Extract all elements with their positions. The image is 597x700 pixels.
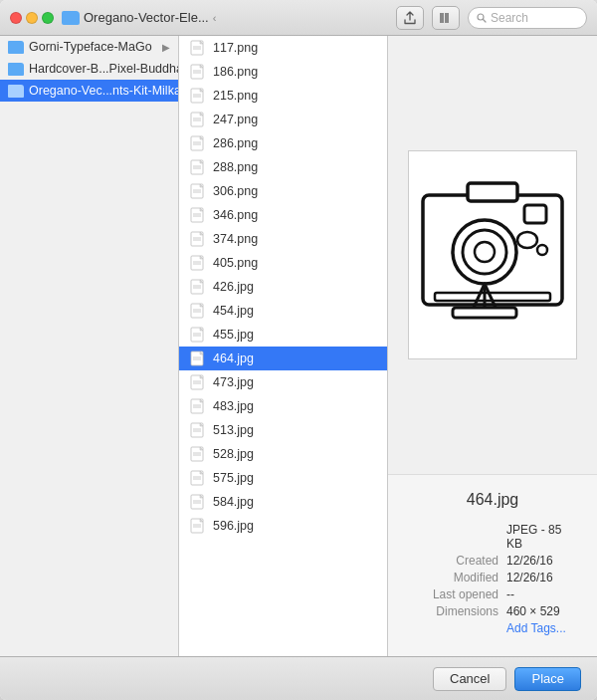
file-list-item[interactable]: 247.png	[179, 108, 387, 131]
file-list-item[interactable]: 528.jpg	[179, 442, 387, 466]
file-list-item[interactable]: 215.png	[179, 84, 387, 108]
info-last-opened-row: Last opened --	[408, 585, 577, 602]
svg-line-3	[484, 19, 487, 22]
file-name-label: 405.png	[213, 256, 258, 270]
preview-image-area	[388, 36, 597, 474]
svg-point-95	[537, 245, 547, 255]
file-list-item[interactable]: 473.jpg	[179, 370, 387, 394]
sidebar-item-hardcover[interactable]: Hardcover-B...Pixel-Buddha ▶	[0, 58, 178, 80]
sidebar-item-gorni[interactable]: Gorni-Typeface-MaGo ▶	[0, 36, 178, 58]
modified-label: Modified	[408, 569, 502, 585]
info-dimensions-row: Dimensions 460 × 529	[408, 602, 577, 619]
type-value: JPEG - 85 KB	[502, 521, 577, 552]
svg-rect-1	[445, 13, 449, 23]
file-thumb-icon	[189, 373, 207, 391]
file-list-item[interactable]: 596.jpg	[179, 514, 387, 538]
titlebar-title: Oregano-Vector-Ele... ‹	[62, 10, 388, 25]
modified-value: 12/26/16	[502, 569, 577, 585]
file-thumb-icon	[189, 63, 207, 81]
file-list-item[interactable]: 464.jpg	[179, 347, 387, 370]
file-thumb-icon	[189, 111, 207, 128]
file-thumb-icon	[189, 206, 207, 224]
svg-rect-93	[524, 205, 546, 223]
file-list-item[interactable]: 346.png	[179, 203, 387, 227]
sidebar-item-label: Hardcover-B...Pixel-Buddha	[29, 62, 178, 76]
maximize-button[interactable]	[42, 12, 54, 24]
file-list-item[interactable]: 186.png	[179, 60, 387, 84]
file-list-item[interactable]: 288.png	[179, 155, 387, 179]
add-tags-link[interactable]: Add Tags...	[502, 619, 577, 636]
dimensions-value: 460 × 529	[502, 602, 577, 619]
file-info-table: JPEG - 85 KB Created 12/26/16 Modified 1…	[408, 521, 577, 636]
folder-icon	[62, 11, 80, 25]
file-name-label: 215.png	[213, 89, 258, 103]
share-button[interactable]	[396, 6, 424, 30]
bottom-bar: Cancel Place	[0, 656, 597, 700]
created-value: 12/26/16	[502, 552, 577, 569]
folder-icon	[8, 63, 24, 76]
folder-icon	[8, 85, 24, 98]
file-list-item[interactable]: 584.jpg	[179, 490, 387, 514]
file-name-label: 247.png	[213, 113, 258, 126]
file-list-item[interactable]: 455.jpg	[179, 323, 387, 347]
file-name-label: 286.png	[213, 136, 258, 150]
file-thumb-icon	[189, 397, 207, 415]
file-thumb-icon	[189, 493, 207, 511]
close-button[interactable]	[10, 12, 22, 24]
file-thumb-icon	[189, 87, 207, 105]
file-name-label: 584.jpg	[213, 495, 254, 509]
column-view-button[interactable]	[432, 6, 460, 30]
file-thumb-icon	[189, 421, 207, 439]
file-name-label: 426.jpg	[213, 280, 254, 294]
file-name-label: 117.png	[213, 41, 258, 55]
sidebar-item-oregano[interactable]: Oregano-Vec...nts-Kit-Milka	[0, 80, 178, 102]
file-name-label: 455.jpg	[213, 328, 254, 342]
chevron-icon: ‹	[213, 12, 217, 24]
window-title: Oregano-Vector-Ele...	[84, 10, 209, 25]
file-name-label: 575.jpg	[213, 471, 254, 485]
preview-panel: 464.jpg JPEG - 85 KB Created 12/26/16 Mo…	[388, 36, 597, 656]
file-list-item[interactable]: 117.png	[179, 36, 387, 60]
file-thumb-icon	[189, 278, 207, 296]
file-thumb-icon	[189, 254, 207, 272]
sidebar: Gorni-Typeface-MaGo ▶ Hardcover-B...Pixe…	[0, 36, 179, 656]
tags-label	[408, 619, 502, 636]
file-list-item[interactable]: 374.png	[179, 227, 387, 251]
file-list-item[interactable]: 483.jpg	[179, 394, 387, 418]
file-list-item[interactable]: 426.jpg	[179, 275, 387, 299]
last-opened-label: Last opened	[408, 585, 502, 602]
file-list-item[interactable]: 575.jpg	[179, 466, 387, 490]
minimize-button[interactable]	[26, 12, 38, 24]
dimensions-label: Dimensions	[408, 602, 502, 619]
file-thumb-icon	[189, 326, 207, 344]
file-thumb-icon	[189, 134, 207, 152]
file-thumb-icon	[189, 39, 207, 57]
file-thumb-icon	[189, 469, 207, 487]
svg-rect-100	[453, 308, 516, 318]
type-label	[408, 521, 502, 552]
svg-rect-0	[440, 13, 444, 23]
info-modified-row: Modified 12/26/16	[408, 569, 577, 585]
file-list-item[interactable]: 306.png	[179, 179, 387, 203]
place-button[interactable]: Place	[514, 667, 581, 691]
file-name: 464.jpg	[408, 491, 577, 509]
cancel-button[interactable]: Cancel	[433, 667, 506, 691]
svg-point-94	[517, 232, 537, 248]
file-name-label: 346.png	[213, 208, 258, 222]
window-mode-buttons	[432, 6, 460, 30]
file-thumb-icon	[189, 230, 207, 248]
file-thumb-icon	[189, 350, 207, 367]
file-name-label: 596.jpg	[213, 519, 254, 533]
file-list-item[interactable]: 286.png	[179, 131, 387, 155]
file-list-item[interactable]: 513.jpg	[179, 418, 387, 442]
info-created-row: Created 12/26/16	[408, 552, 577, 569]
search-field[interactable]: Search	[468, 7, 587, 29]
file-list-item[interactable]: 405.png	[179, 251, 387, 275]
file-list-item[interactable]: 454.jpg	[179, 299, 387, 323]
file-picker-window: Oregano-Vector-Ele... ‹	[0, 0, 597, 700]
sidebar-item-label: Oregano-Vec...nts-Kit-Milka	[29, 84, 178, 98]
file-thumb-icon	[189, 445, 207, 463]
file-list[interactable]: 117.png186.png215.png247.png286.png288.p…	[179, 36, 388, 656]
file-name-label: 513.jpg	[213, 423, 254, 437]
file-name-label: 483.jpg	[213, 399, 254, 413]
